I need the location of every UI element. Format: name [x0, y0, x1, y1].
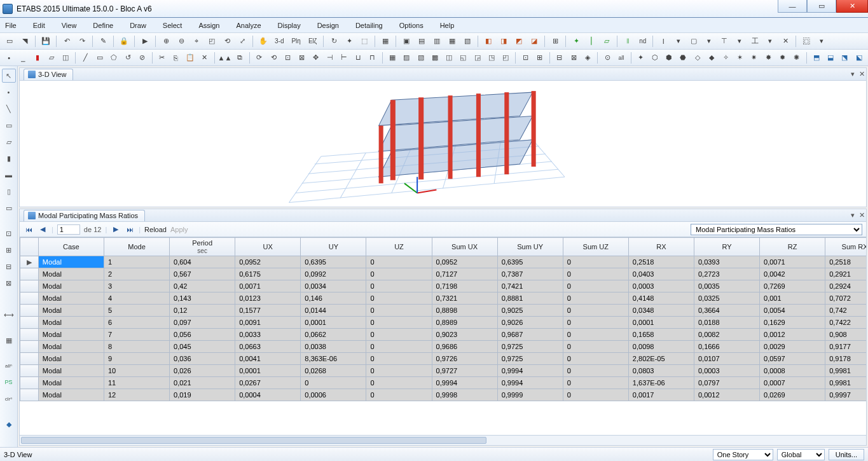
extend-icon[interactable]: ⊢: [338, 51, 350, 65]
all-label[interactable]: all: [616, 51, 628, 65]
col-uy[interactable]: UY: [301, 238, 366, 256]
rotate-icon[interactable]: ↻: [327, 34, 341, 48]
nav-first-icon[interactable]: ⏮: [24, 226, 34, 233]
redo-icon[interactable]: ↷: [75, 34, 89, 48]
new-icon[interactable]: ▭: [3, 34, 17, 48]
grid-wrap[interactable]: CaseModePeriodsecUXUYUZSum UXSum UYSum U…: [20, 237, 866, 435]
draw-wall-icon[interactable]: ▮: [2, 151, 16, 165]
col-uz[interactable]: UZ: [366, 238, 432, 256]
shell-icon[interactable]: ▱: [600, 34, 614, 48]
menu-assign[interactable]: Assign: [196, 20, 222, 31]
menu-file[interactable]: File: [3, 20, 19, 31]
chevron-down-icon[interactable]: ▾: [763, 34, 777, 48]
sel-rect-icon[interactable]: ▭: [93, 51, 106, 65]
table-row[interactable]: Modal110,0210,0267000,99940,999401,637E-…: [20, 377, 867, 389]
zoom-out-icon[interactable]: ⊖: [174, 34, 188, 48]
area-sel-icon[interactable]: ▱: [45, 51, 58, 65]
chevron-down-icon[interactable]: ▾: [815, 34, 829, 48]
menu-design[interactable]: Design: [315, 20, 341, 31]
display-undeformed-icon[interactable]: ▣: [399, 34, 413, 48]
asn7-icon[interactable]: ✧: [719, 51, 732, 65]
undo-icon[interactable]: ↶: [60, 34, 74, 48]
tab-3d-view[interactable]: 3-D View: [24, 69, 73, 80]
col-period-sec[interactable]: Periodsec: [170, 238, 235, 256]
col-ux[interactable]: UX: [235, 238, 301, 256]
plan-icon[interactable]: Plη: [288, 34, 303, 48]
col-case[interactable]: Case: [38, 238, 104, 256]
steel-design-icon[interactable]: ◧: [481, 34, 495, 48]
clear-icon[interactable]: ✕: [778, 34, 792, 48]
mesh4-icon[interactable]: ▩: [429, 51, 441, 65]
mesh7-icon[interactable]: ◲: [471, 51, 484, 65]
sel-line-icon[interactable]: ╱: [79, 51, 92, 65]
asn1-icon[interactable]: ✦: [635, 51, 647, 65]
pencil-icon[interactable]: ✎: [96, 34, 110, 48]
joint-icon[interactable]: ✦: [569, 34, 583, 48]
save-icon[interactable]: 💾: [39, 34, 53, 48]
delete-icon[interactable]: ✕: [198, 51, 210, 65]
table-row[interactable]: Modal60,0970,00910,000100,89890,902600,0…: [20, 317, 867, 329]
asn6-icon[interactable]: ◆: [705, 51, 718, 65]
chevron-down-icon[interactable]: ▾: [733, 34, 747, 48]
ps-icon[interactable]: PS: [2, 375, 16, 389]
replicate-icon[interactable]: ⧉: [233, 51, 245, 65]
snap2-icon[interactable]: ⊞: [533, 51, 546, 65]
open-icon[interactable]: ◥: [18, 34, 32, 48]
sel4-icon[interactable]: ⊟: [2, 259, 16, 273]
asn12-icon[interactable]: ✺: [790, 51, 803, 65]
reload-button[interactable]: Reload: [144, 226, 167, 233]
pane-dropdown-icon[interactable]: ▾: [848, 70, 857, 78]
col-mode[interactable]: Mode: [104, 238, 169, 256]
menu-draw[interactable]: Draw: [127, 20, 149, 31]
paste-icon[interactable]: 📋: [184, 51, 196, 65]
mesh8-icon[interactable]: ◳: [485, 51, 498, 65]
nav-next-icon[interactable]: ▶: [111, 225, 121, 233]
zoom-rect-icon[interactable]: ◰: [205, 34, 219, 48]
section-i-icon[interactable]: I: [656, 34, 670, 48]
trim-icon[interactable]: ⊣: [324, 51, 336, 65]
clr-icon[interactable]: clrⁿ: [2, 392, 16, 406]
draw-line-icon[interactable]: ╲: [2, 102, 16, 116]
chevron-down-icon[interactable]: ▾: [672, 34, 685, 48]
divide-icon[interactable]: ⊓: [366, 51, 379, 65]
table-row[interactable]: Modal120,0190,00040,000600,99980,999900,…: [20, 389, 867, 401]
pointer-icon[interactable]: ↖: [2, 69, 16, 83]
mesh5-icon[interactable]: ◫: [443, 51, 455, 65]
snap4-icon[interactable]: ⊠: [567, 51, 580, 65]
sel3-icon[interactable]: ⊞: [2, 243, 16, 257]
horizontal-scrollbar[interactable]: [20, 435, 866, 445]
minimize-button[interactable]: —: [778, 0, 807, 13]
menu-options[interactable]: Options: [397, 20, 426, 31]
col-rx[interactable]: RX: [628, 238, 694, 256]
section-t-icon[interactable]: ⊤: [717, 34, 731, 48]
table-row[interactable]: Modal70,0560,00330,066200,90230,968700,1…: [20, 329, 867, 341]
col-sum-ux[interactable]: Sum UX: [432, 238, 497, 256]
nav-last-icon[interactable]: ⏭: [125, 226, 135, 233]
sel-prev-icon[interactable]: ↺: [121, 51, 134, 65]
mesh2-icon[interactable]: ▨: [400, 51, 413, 65]
table-row[interactable]: Modal30,420,00710,003400,71980,742100,00…: [20, 280, 867, 292]
col-ry[interactable]: RY: [694, 238, 759, 256]
snap5-icon[interactable]: ◈: [581, 51, 594, 65]
draw-slab-icon[interactable]: ▬: [2, 168, 16, 182]
point-sel-icon[interactable]: •: [3, 51, 15, 65]
perspective-icon[interactable]: ✦: [342, 34, 356, 48]
menu-analyze[interactable]: Analyze: [233, 20, 263, 31]
col-sum-uz[interactable]: Sum UZ: [563, 238, 628, 256]
mesh9-icon[interactable]: ◰: [499, 51, 512, 65]
copy-icon[interactable]: ⎘: [170, 51, 183, 65]
zoom-all-icon[interactable]: ⤢: [235, 34, 249, 48]
mesh1-icon[interactable]: ▦: [386, 51, 399, 65]
object-icon[interactable]: ⬚: [357, 34, 371, 48]
units-button[interactable]: Units...: [829, 449, 864, 460]
sel5-icon[interactable]: ⊠: [2, 276, 16, 290]
move-icon[interactable]: ✥: [310, 51, 322, 65]
table-pane-dropdown-icon[interactable]: ▾: [848, 211, 857, 219]
pane-close-icon[interactable]: ✕: [857, 70, 866, 78]
run-icon[interactable]: ▶: [138, 34, 152, 48]
asn11-icon[interactable]: ✹: [776, 51, 789, 65]
table-row[interactable]: Modal40,1430,01230,14600,73210,888100,41…: [20, 292, 867, 305]
sel2-icon[interactable]: ⊡: [2, 226, 16, 240]
edit1-icon[interactable]: ⟳: [253, 51, 266, 65]
grid-icon[interactable]: ▦: [2, 333, 16, 347]
